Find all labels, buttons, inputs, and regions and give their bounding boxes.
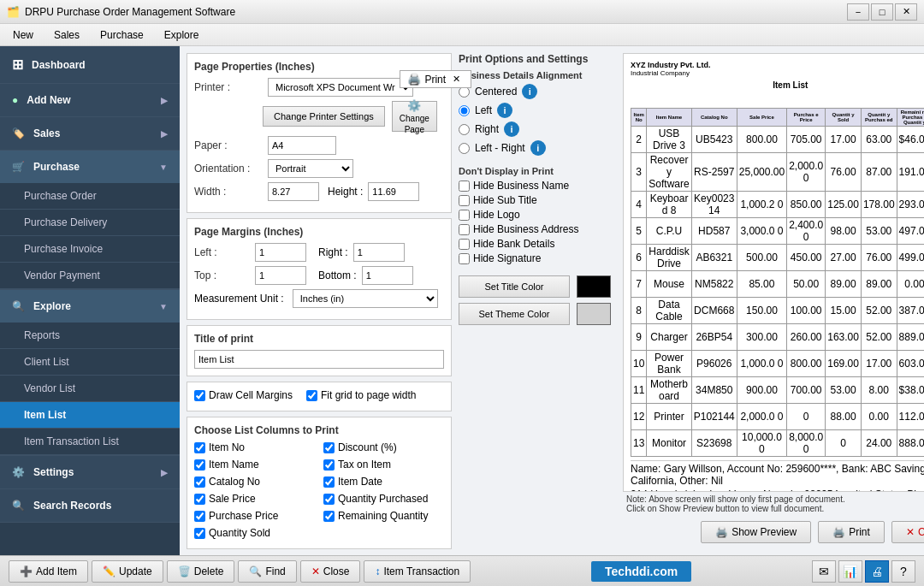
- sidebar-item-client-list[interactable]: Client List: [0, 349, 180, 376]
- sidebar-item-item-transaction[interactable]: Item Transaction List: [0, 429, 180, 455]
- sidebar-item-purchase[interactable]: 🛒 Purchase ▼: [0, 151, 180, 183]
- col-item-name-checkbox[interactable]: [194, 459, 205, 471]
- sidebar-item-purchase-invoice[interactable]: Purchase Invoice: [0, 236, 180, 263]
- print-options-title: Print Options and Settings: [459, 53, 616, 65]
- title-print-input[interactable]: [194, 350, 444, 369]
- hide-business-name-checkbox[interactable]: [459, 181, 470, 192]
- add-item-button[interactable]: ➕ Add Item: [9, 560, 88, 583]
- margin-right-input[interactable]: [353, 243, 405, 262]
- col-catalog-checkbox[interactable]: [194, 476, 205, 488]
- minimize-button[interactable]: −: [847, 3, 869, 21]
- align-left-label: Left: [475, 104, 492, 116]
- close-window-button[interactable]: ✕: [895, 3, 917, 21]
- print-icon: 🖨️: [832, 526, 845, 538]
- sidebar-item-purchase-order[interactable]: Purchase Order: [0, 183, 180, 210]
- menu-explore[interactable]: Explore: [155, 26, 209, 44]
- find-button[interactable]: 🔍 Find: [238, 560, 296, 583]
- update-icon: ✏️: [103, 565, 116, 577]
- leftright-info-btn[interactable]: i: [530, 140, 546, 156]
- paper-input[interactable]: A4: [268, 136, 336, 155]
- email-icon-button[interactable]: ✉: [812, 560, 836, 583]
- print-icon-button[interactable]: 🖨: [865, 560, 889, 583]
- help-icon-button[interactable]: ?: [891, 560, 915, 583]
- col-discount-checkbox[interactable]: [323, 442, 335, 453]
- show-preview-button[interactable]: 🖨️ Show Preview: [701, 521, 811, 543]
- set-theme-color-button[interactable]: Set Theme Color: [459, 303, 570, 325]
- hide-bank-details-checkbox[interactable]: [459, 239, 470, 250]
- right-info-btn[interactable]: i: [504, 121, 519, 137]
- measurement-select[interactable]: Inches (in): [293, 289, 438, 308]
- print-button[interactable]: 🖨️ Print: [818, 521, 885, 543]
- delete-button[interactable]: 🗑️ Delete: [167, 560, 235, 583]
- alignment-title: Business Details Alignment: [459, 70, 616, 80]
- align-leftright-radio[interactable]: [459, 143, 470, 154]
- sidebar-item-item-list[interactable]: Item List: [0, 402, 180, 429]
- sidebar-item-dashboard[interactable]: ⊞ Dashboard: [0, 46, 180, 83]
- sidebar-item-purchase-delivery[interactable]: Purchase Delivery: [0, 210, 180, 236]
- hide-logo-checkbox[interactable]: [459, 210, 470, 221]
- table-row: 12PrinterP1021442,000.0 0088.000.00112.0…: [631, 404, 925, 430]
- middle-panel: Print Options and Settings Business Deta…: [452, 53, 623, 548]
- printer-select[interactable]: Microsoft XPS Document Write: [268, 78, 413, 97]
- menu-sales[interactable]: Sales: [44, 26, 89, 44]
- print-tab[interactable]: 🖨️ Print ✕: [400, 70, 471, 88]
- width-input[interactable]: [268, 182, 319, 201]
- sidebar-item-addnew[interactable]: ● Add New ▶: [0, 84, 180, 116]
- margin-left-input[interactable]: [255, 243, 306, 262]
- margin-top-input[interactable]: [255, 266, 306, 285]
- menu-new[interactable]: New: [3, 26, 43, 44]
- sidebar-item-vendor-payment[interactable]: Vendor Payment: [0, 263, 180, 289]
- sidebar-item-reports[interactable]: Reports: [0, 323, 180, 349]
- table-row: 13MonitorS2369810,000.0 08,000.0 0024.00…: [631, 430, 925, 457]
- sidebar-item-settings[interactable]: ⚙️ Settings ▶: [0, 456, 180, 488]
- col-remaining-qty-checkbox[interactable]: [323, 511, 335, 522]
- measurement-label: Measurement Unit :: [194, 293, 284, 305]
- col-qty-sold-checkbox[interactable]: [194, 528, 205, 539]
- maximize-button[interactable]: □: [871, 3, 893, 21]
- title-print-label: Title of print: [194, 333, 444, 345]
- doc-title: Item List: [631, 80, 924, 104]
- col-tax-checkbox[interactable]: [323, 459, 335, 471]
- centered-info-btn[interactable]: i: [522, 84, 537, 99]
- set-title-color-button[interactable]: Set Title Color: [459, 275, 570, 298]
- col-item-no-checkbox[interactable]: [194, 442, 205, 453]
- align-right-radio[interactable]: [459, 124, 470, 135]
- theme-color-swatch[interactable]: [577, 303, 611, 325]
- change-printer-button[interactable]: Change Printer Settings: [263, 106, 385, 127]
- align-leftright-label: Left - Right: [475, 142, 525, 154]
- fit-grid-checkbox[interactable]: [306, 390, 317, 401]
- margin-bottom-input[interactable]: [362, 266, 413, 285]
- show-preview-icon: 🖨️: [715, 526, 728, 538]
- print-tab-close[interactable]: ✕: [453, 74, 460, 85]
- align-left-radio[interactable]: [459, 105, 470, 116]
- hide-business-address-checkbox[interactable]: [459, 224, 470, 235]
- col-item-date-checkbox[interactable]: [323, 476, 335, 488]
- change-page-button[interactable]: ⚙️ Change Page: [392, 101, 437, 132]
- col-qty-purchased-checkbox[interactable]: [323, 494, 335, 505]
- height-input[interactable]: [368, 182, 419, 201]
- excel-icon-button[interactable]: 📊: [838, 560, 862, 583]
- item-transaction-button[interactable]: ↕️ Item Transaction: [364, 560, 471, 583]
- table-row: 9Charger26BP54300.00260.00163.0052.00889…: [631, 324, 925, 351]
- hide-logo-row: Hide Logo: [459, 209, 616, 221]
- col-purchase-price-checkbox[interactable]: [194, 511, 205, 522]
- sidebar-section-settings: ⚙️ Settings ▶: [0, 456, 180, 489]
- update-button[interactable]: ✏️ Update: [92, 560, 163, 583]
- hide-sub-title-checkbox[interactable]: [459, 195, 470, 206]
- col-tax: Tax on Item: [323, 459, 444, 471]
- close-button[interactable]: ✕ Close: [891, 521, 924, 543]
- close-main-button[interactable]: ✕ Close: [300, 560, 361, 583]
- left-info-btn[interactable]: i: [497, 103, 512, 118]
- menu-purchase[interactable]: Purchase: [91, 26, 153, 44]
- hide-signature-checkbox[interactable]: [459, 253, 470, 264]
- margin-lr-row: Left : Right :: [194, 243, 444, 262]
- sidebar-item-explore[interactable]: 🔍 Explore ▼: [0, 290, 180, 323]
- sidebar-item-sales[interactable]: 🏷️ Sales ▶: [0, 117, 180, 150]
- col-sale-price-checkbox[interactable]: [194, 494, 205, 505]
- sidebar-item-search[interactable]: 🔍 Search Records: [0, 489, 180, 522]
- margin-bottom-label: Bottom :: [318, 269, 357, 281]
- sidebar-item-vendor-list[interactable]: Vendor List: [0, 376, 180, 402]
- orientation-select[interactable]: Portrait: [268, 159, 353, 178]
- draw-cell-margins-checkbox[interactable]: [194, 390, 205, 401]
- title-color-swatch[interactable]: [577, 275, 611, 298]
